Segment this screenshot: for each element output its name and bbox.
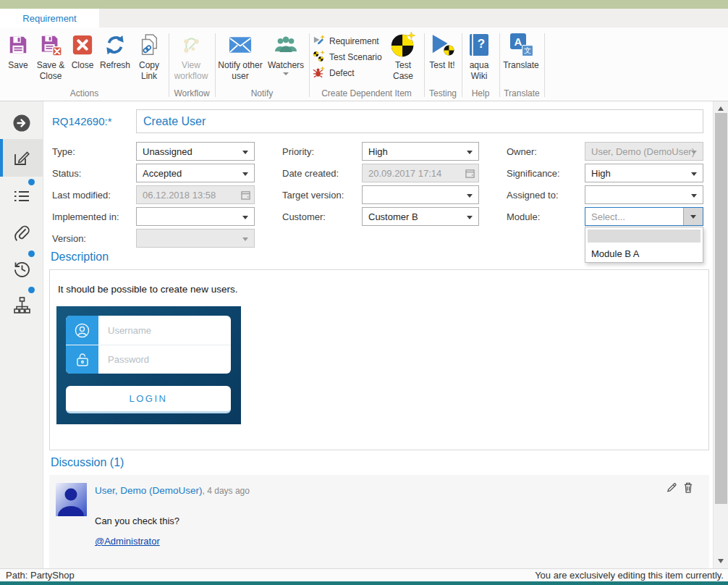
watchers-button[interactable]: Watchers [266,32,306,75]
module-option-empty[interactable] [588,230,701,243]
description-heading: Description [51,251,109,264]
chevron-down-icon [242,151,248,154]
sidebar-item-attachments[interactable] [0,216,43,251]
chevron-down-icon [467,151,473,154]
left-sidebar [0,101,43,568]
owner-select: User, Demo (DemoUser) [585,142,703,161]
chevron-down-icon [467,194,473,198]
active-indicator-bar [0,139,3,177]
target-version-label: Target version: [282,190,344,201]
close-icon [72,32,93,58]
ribbon-separator [462,33,462,97]
module-dropdown-button[interactable] [683,208,703,225]
target-version-select[interactable] [362,185,479,204]
last-modified-field: 06.12.2018 13:58 [136,185,255,204]
test-scenario-new-icon [313,50,325,64]
chevron-down-icon [242,216,248,219]
history-icon [12,259,32,279]
ribbon-toolbar: Save Save & Close Close Refresh Copy Lin [0,28,728,101]
sidebar-item-list[interactable] [0,178,43,214]
notify-other-user-button[interactable]: Notify other user [216,32,264,82]
ribbon-separator [424,33,425,97]
implemented-in-select[interactable] [136,207,255,226]
watchers-dropdown-caret [283,72,289,75]
aqua-wiki-button[interactable]: ? aqua Wiki [465,32,494,82]
divider [66,345,98,345]
comment-author: User, Demo (DemoUser), 4 days ago [95,485,250,496]
calendar-icon [465,169,475,180]
chevron-down-icon [691,151,697,154]
chevron-down-icon [691,172,697,176]
save-button[interactable]: Save [3,32,33,71]
priority-select[interactable]: High [362,142,479,161]
hierarchy-notification-dot [28,287,35,293]
translate-button[interactable]: A文 Translate [501,32,541,71]
priority-label: Priority: [282,146,314,157]
delete-comment-button[interactable] [683,482,693,496]
comment-toolbar [666,482,693,496]
edit-comment-button[interactable] [666,482,677,496]
test-it-icon [429,32,455,58]
create-test-scenario-button[interactable]: Test Scenario [313,50,382,64]
chevron-down-icon [242,237,248,241]
view-workflow-button[interactable]: View workflow [169,32,213,82]
type-select[interactable]: Unassigned [136,142,255,161]
create-defect-button[interactable]: Defect [313,66,355,80]
group-label-testing: Testing [424,88,462,98]
hierarchy-icon [12,295,32,315]
create-requirement-button[interactable]: Requirement [313,34,379,49]
group-label-workflow: Workflow [169,88,215,98]
view-workflow-icon [180,32,202,58]
login-button-graphic: LOGIN [66,386,231,413]
test-it-button[interactable]: Test It! [427,32,457,71]
defect-new-icon [313,66,325,80]
save-and-close-button[interactable]: Save & Close [35,32,67,82]
tab-requirement[interactable]: Requirement [0,9,99,28]
user-icon [75,323,90,338]
last-modified-label: Last modified: [52,190,111,201]
close-button[interactable]: Close [68,32,97,71]
significance-select[interactable]: High [585,164,703,182]
sidebar-item-history[interactable] [0,251,43,287]
watchers-icon [274,32,298,58]
ribbon-separator [544,33,545,97]
item-path: Path: PartyShop [6,570,75,581]
status-select[interactable]: Accepted [136,164,255,182]
module-select[interactable]: Select... [585,207,703,226]
edit-icon [12,148,31,167]
editing-notice: You are exclusively editing this item cu… [535,570,724,581]
copy-link-icon [138,32,160,58]
copy-link-button[interactable]: Copy Link [133,32,165,82]
translate-icon: A文 [509,32,533,58]
sidebar-item-hierarchy[interactable] [0,287,43,323]
vertical-scrollbar[interactable] [713,101,728,568]
description-editor[interactable]: It should be possible to create new user… [49,269,709,450]
ribbon-separator [215,33,216,97]
chevron-down-icon [690,215,696,219]
group-label-create-dependent-item: Create Dependent Item [309,88,424,98]
scroll-up-arrow-icon[interactable] [718,106,724,111]
item-title-input[interactable]: Create User [136,109,703,133]
username-placeholder: Username [108,316,225,345]
scrollbar-thumb[interactable] [715,113,727,504]
save-icon [7,32,29,58]
significance-label: Significance: [507,168,560,179]
assigned-to-select[interactable] [585,185,703,204]
comment-text: Can you check this? [95,515,179,526]
calendar-icon [241,190,250,202]
comment-author-name[interactable]: User, Demo (DemoUser) [95,485,203,496]
refresh-button[interactable]: Refresh [98,32,132,71]
scroll-down-arrow-icon[interactable] [718,559,724,563]
window-bottom-strip [0,581,728,585]
date-created-field: 20.09.2017 17:14 [362,164,479,182]
mention-link[interactable]: @Administrator [95,536,160,547]
module-option[interactable]: Module B A [585,245,703,262]
type-label: Type: [52,146,75,157]
sidebar-item-edit[interactable] [0,139,43,177]
sidebar-collapse-button[interactable] [0,107,43,139]
customer-select[interactable]: Customer B [362,207,479,226]
customer-label: Customer: [282,211,326,222]
create-test-case-button[interactable]: Test Case [386,32,420,82]
envelope-icon [229,32,252,58]
list-notification-dot [28,179,35,185]
